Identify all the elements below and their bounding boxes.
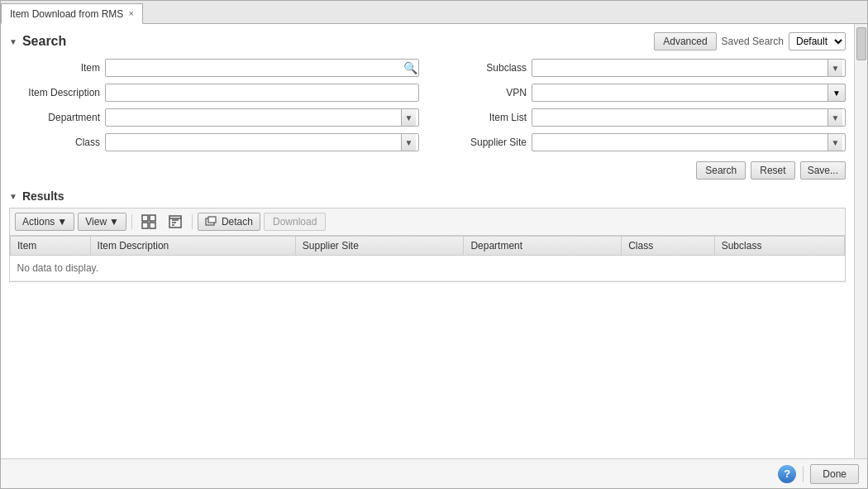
svg-rect-3 — [150, 223, 155, 228]
help-button[interactable]: ? — [778, 465, 796, 483]
item-input-wrapper: 🔍 — [105, 59, 419, 77]
main-window: Item Download from RMS × ▼ Search Advanc… — [0, 0, 868, 489]
svg-rect-10 — [208, 217, 216, 223]
item-description-label: Item Description — [9, 87, 100, 98]
vpn-input[interactable] — [532, 84, 846, 102]
results-title: ▼ Results — [9, 189, 64, 203]
item-list-field-row: Item List — [436, 108, 846, 127]
subclass-field-row: Subclass — [436, 59, 846, 77]
download-button: Download — [264, 213, 326, 231]
tab-close-icon[interactable]: × — [128, 9, 133, 18]
table-no-data-row: No data to display. — [11, 256, 845, 281]
scrollbar-thumb[interactable] — [856, 27, 866, 60]
form-left: Item 🔍 Item Description Department — [9, 59, 419, 151]
freeze-columns-button[interactable] — [137, 212, 160, 232]
results-title-text: Results — [22, 189, 64, 203]
results-toolbar: Actions ▼ View ▼ — [9, 208, 846, 235]
advanced-button[interactable]: Advanced — [654, 32, 716, 50]
toolbar-sep-2 — [192, 214, 193, 229]
search-section-header: ▼ Search Advanced Saved Search Default — [9, 32, 846, 50]
col-item: Item — [11, 237, 91, 256]
svg-rect-2 — [142, 223, 148, 228]
subclass-select-wrapper — [532, 59, 846, 77]
actions-arrow-icon: ▼ — [57, 216, 67, 228]
svg-rect-4 — [169, 216, 181, 228]
table-header: Item Item Description Supplier Site Depa… — [11, 237, 845, 256]
search-section-title: ▼ Search — [9, 34, 66, 49]
item-list-select-wrapper — [532, 108, 846, 127]
supplier-site-field-row: Supplier Site — [436, 133, 846, 151]
table-body: No data to display. — [11, 256, 845, 281]
item-list-select[interactable] — [532, 108, 846, 127]
results-collapse-arrow[interactable]: ▼ — [9, 192, 17, 201]
footer-divider — [803, 466, 804, 482]
view-arrow-icon: ▼ — [109, 216, 119, 228]
svg-rect-1 — [150, 215, 155, 221]
results-section-header: ▼ Results — [9, 189, 846, 203]
class-field-row: Class — [9, 133, 419, 151]
tab-bar: Item Download from RMS × — [1, 1, 867, 24]
search-form: Item 🔍 Item Description Department — [9, 59, 846, 151]
actions-label: Actions — [22, 216, 55, 228]
class-select-wrapper — [105, 133, 419, 151]
search-title-text: Search — [22, 34, 66, 49]
col-item-description: Item Description — [90, 237, 295, 256]
subclass-select[interactable] — [532, 59, 846, 77]
active-tab[interactable]: Item Download from RMS × — [1, 3, 143, 24]
detach-icon — [205, 216, 217, 228]
svg-rect-0 — [142, 215, 148, 221]
col-supplier-site: Supplier Site — [295, 237, 464, 256]
col-class: Class — [622, 237, 715, 256]
table-header-row: Item Item Description Supplier Site Depa… — [11, 237, 845, 256]
scrollbar-track[interactable] — [854, 24, 867, 458]
supplier-site-select[interactable] — [532, 133, 846, 151]
vpn-input-wrapper: ▼ — [532, 84, 846, 102]
footer: ? Done — [1, 458, 867, 488]
saved-search-label: Saved Search — [722, 36, 784, 47]
save-button[interactable]: Save... — [800, 161, 846, 180]
main-content: ▼ Search Advanced Saved Search Default I… — [1, 24, 867, 458]
content-area: ▼ Search Advanced Saved Search Default I… — [1, 24, 854, 458]
tab-label: Item Download from RMS — [10, 8, 123, 20]
view-button[interactable]: View ▼ — [78, 213, 126, 231]
toolbar-sep-1 — [131, 214, 132, 229]
item-list-label: Item List — [436, 112, 527, 123]
department-select[interactable] — [105, 108, 419, 127]
class-label: Class — [9, 137, 100, 148]
search-section-controls: Advanced Saved Search Default — [654, 32, 846, 50]
saved-search-select[interactable]: Default — [789, 32, 846, 50]
col-subclass: Subclass — [714, 237, 844, 256]
search-button[interactable]: Search — [696, 161, 746, 180]
results-table-wrapper: Item Item Description Supplier Site Depa… — [9, 235, 846, 282]
item-search-icon[interactable]: 🔍 — [403, 62, 417, 74]
department-field-row: Department — [9, 108, 419, 127]
freeze-icon — [141, 214, 156, 229]
reset-button[interactable]: Reset — [751, 161, 794, 180]
form-right: Subclass VPN ▼ — [436, 59, 846, 151]
results-table: Item Item Description Supplier Site Depa… — [10, 236, 845, 281]
view-label: View — [85, 216, 107, 228]
department-select-wrapper — [105, 108, 419, 127]
class-select[interactable] — [105, 133, 419, 151]
supplier-site-select-wrapper — [532, 133, 846, 151]
vpn-dropdown-btn[interactable]: ▼ — [827, 84, 846, 102]
item-field-row: Item 🔍 — [9, 59, 419, 77]
item-input[interactable] — [105, 59, 419, 77]
search-collapse-arrow[interactable]: ▼ — [9, 37, 17, 46]
item-description-field-row: Item Description — [9, 84, 419, 102]
actions-button[interactable]: Actions ▼ — [15, 213, 74, 231]
item-label: Item — [9, 62, 100, 74]
col-department: Department — [464, 237, 622, 256]
detach-label: Detach — [222, 216, 253, 228]
department-label: Department — [9, 112, 100, 123]
vpn-label: VPN — [436, 87, 527, 98]
subclass-label: Subclass — [436, 62, 527, 74]
export-button[interactable] — [164, 212, 187, 232]
supplier-site-label: Supplier Site — [436, 137, 527, 148]
action-buttons: Search Reset Save... — [9, 161, 846, 180]
item-description-input[interactable] — [105, 84, 419, 102]
detach-button[interactable]: Detach — [198, 213, 260, 231]
vpn-field-row: VPN ▼ — [436, 84, 846, 102]
done-button[interactable]: Done — [810, 464, 859, 484]
export-icon — [168, 214, 183, 229]
